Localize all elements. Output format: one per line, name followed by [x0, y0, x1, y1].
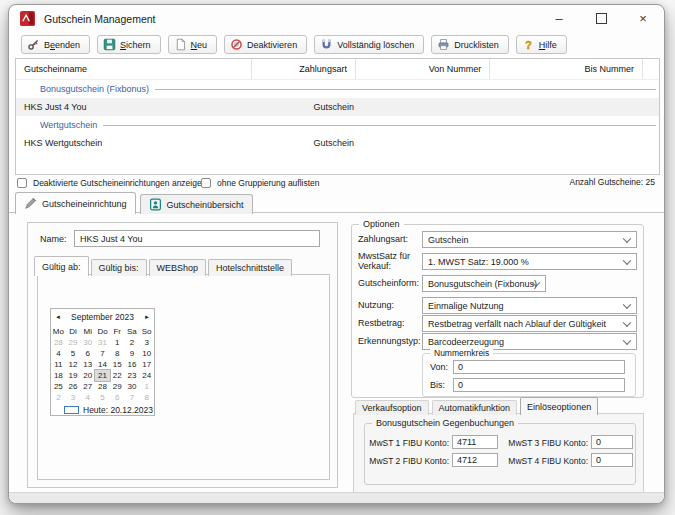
calendar-prev-icon[interactable]: ◄: [55, 314, 61, 320]
beenden-button[interactable]: Beenden: [21, 35, 90, 54]
gutscheinform-dropdown[interactable]: Bonusgutschein (Fixbonus): [422, 275, 546, 292]
calendar-day[interactable]: 22: [110, 370, 125, 381]
tab-hotelschnittstelle[interactable]: Hotelschnittstelle: [208, 259, 292, 276]
neu-button[interactable]: Neu: [168, 35, 218, 54]
calendar-day[interactable]: 2: [51, 392, 66, 403]
close-button[interactable]: ×: [622, 5, 664, 32]
calendar-day[interactable]: 13: [80, 359, 95, 370]
calendar-day[interactable]: 6: [80, 348, 95, 359]
calendar-day[interactable]: 3: [66, 392, 81, 403]
mwst2-fibu-input[interactable]: [452, 453, 498, 467]
mwst3-fibu-input[interactable]: [591, 435, 633, 449]
mwstsatz-dropdown[interactable]: 1. MWST Satz: 19.000 %: [422, 253, 637, 270]
calendar-day[interactable]: 29: [66, 337, 81, 348]
calendar-day[interactable]: 6: [110, 392, 125, 403]
tab-gutscheineinrichtung[interactable]: Gutscheineinrichtung: [15, 192, 136, 214]
tab-verkaufsoption[interactable]: Verkaufsoption: [355, 400, 429, 415]
calendar-day[interactable]: 4: [51, 348, 66, 359]
calendar-day[interactable]: 23: [125, 370, 140, 381]
group-row-bonusgutschein[interactable]: Bonusgutschein (Fixbonus): [16, 80, 659, 98]
list-item-hks-wertgutschein[interactable]: HKS Wertgutschein Gutschein: [16, 134, 659, 152]
calendar-day[interactable]: 15: [110, 359, 125, 370]
mwst4-fibu-input[interactable]: [591, 453, 633, 467]
calendar-day[interactable]: 1: [110, 337, 125, 348]
group-divider-line: [155, 89, 656, 90]
calendar-day[interactable]: 30: [80, 337, 95, 348]
calendar-day[interactable]: 19: [66, 370, 81, 381]
calendar-day[interactable]: 28: [95, 381, 110, 392]
calendar-day[interactable]: 9: [125, 348, 140, 359]
chevron-down-icon: [623, 318, 631, 326]
calendar-day[interactable]: 24: [139, 370, 154, 381]
calendar-next-icon[interactable]: ►: [144, 314, 150, 320]
sichern-button[interactable]: Sichern: [97, 35, 161, 54]
calendar-day[interactable]: 27: [80, 381, 95, 392]
von-label: Von:: [430, 362, 448, 372]
tab-webshop[interactable]: WEBShop: [149, 259, 207, 276]
calendar-day[interactable]: 10: [139, 348, 154, 359]
calendar-day[interactable]: 4: [80, 392, 95, 403]
calendar-day[interactable]: 12: [66, 359, 81, 370]
calendar-day[interactable]: 29: [110, 381, 125, 392]
deaktivieren-button[interactable]: Deaktivieren: [224, 35, 307, 54]
calendar-day[interactable]: 26: [66, 381, 81, 392]
calendar-day[interactable]: 28: [51, 337, 66, 348]
column-header-gutscheinname[interactable]: Gutscheinname: [16, 59, 251, 79]
tab-gueltig-ab[interactable]: Gültig ab:: [34, 256, 89, 276]
tab-automatikfunktion[interactable]: Automatikfunktion: [432, 400, 518, 415]
von-input[interactable]: [453, 360, 625, 374]
list-item-hks-just-4-you[interactable]: HKS Just 4 You Gutschein: [16, 98, 659, 116]
group-label: Bonusgutschein (Fixbonus): [40, 84, 155, 94]
calendar-day[interactable]: 18: [51, 370, 66, 381]
tab-gutscheinuebersicht[interactable]: Gutscheinübersicht: [140, 194, 253, 214]
tab-gueltig-bis[interactable]: Gültig bis:: [91, 259, 147, 276]
zahlungsart-dropdown[interactable]: Gutschein: [422, 231, 637, 248]
gegenbuchungen-groupbox: Bonusgutschein Gegenbuchungen MwST 1 FIB…: [364, 423, 636, 485]
name-input[interactable]: [74, 230, 320, 247]
calendar-day[interactable]: 3: [139, 337, 154, 348]
drucklisten-button[interactable]: Drucklisten: [431, 35, 509, 54]
vollstaendig-loeschen-button[interactable]: Vollständig löschen: [314, 35, 424, 54]
column-header-zahlungsart[interactable]: Zahlungsart: [251, 59, 355, 79]
tab-einloeseoptionen[interactable]: Einlöseoptionen: [520, 397, 598, 415]
calendar-day[interactable]: 5: [66, 348, 81, 359]
calendar-weekday: Fr: [110, 325, 125, 337]
checkbox-box[interactable]: [201, 178, 211, 188]
calendar-day[interactable]: 11: [51, 359, 66, 370]
calendar-day[interactable]: 20: [80, 370, 95, 381]
minimize-button[interactable]: –: [538, 5, 580, 32]
mwst1-fibu-label: MwST 1 FIBU Konto:: [367, 438, 449, 448]
maximize-icon: [596, 13, 607, 24]
calendar-day[interactable]: 16: [125, 359, 140, 370]
calendar-day[interactable]: 31: [95, 337, 110, 348]
checkbox-box[interactable]: [17, 178, 27, 188]
calendar-day[interactable]: 8: [139, 392, 154, 403]
sichern-label: Sichern: [120, 40, 151, 50]
maximize-button[interactable]: [580, 5, 622, 32]
calendar-day[interactable]: 7: [95, 348, 110, 359]
mwst1-fibu-input[interactable]: [452, 435, 498, 449]
calendar-day[interactable]: 2: [125, 337, 140, 348]
restbetrag-dropdown[interactable]: Restbetrag verfällt nach Ablauf der Gült…: [422, 315, 637, 332]
nutzung-dropdown[interactable]: Einmalige Nutzung: [422, 297, 637, 314]
calendar-day[interactable]: 5: [95, 392, 110, 403]
nummernkreis-groupbox: Nummernkreis Von: Bis:: [422, 353, 636, 397]
calendar-day[interactable]: 7: [125, 392, 140, 403]
group-row-wertgutschein[interactable]: Wertgutschein: [16, 116, 659, 134]
today-label: Heute: 20.12.2023: [83, 405, 153, 415]
calendar-month-label[interactable]: September 2023: [71, 312, 134, 322]
column-header-bis-nummer[interactable]: Bis Nummer: [489, 59, 642, 79]
mwst2-fibu-label: MwST 2 FIBU Konto:: [367, 456, 449, 466]
calendar-today-row[interactable]: Heute: 20.12.2023: [51, 403, 154, 417]
calendar-day[interactable]: 30: [125, 381, 140, 392]
hilfe-button[interactable]: ? Hilfe: [516, 35, 567, 54]
calendar-day[interactable]: 25: [51, 381, 66, 392]
calendar-day-selected[interactable]: 21: [95, 370, 110, 381]
calendar-day[interactable]: 1: [139, 381, 154, 392]
calendar-day[interactable]: 17: [139, 359, 154, 370]
column-header-von-nummer[interactable]: Von Nummer: [355, 59, 489, 79]
calendar-day[interactable]: 8: [110, 348, 125, 359]
calendar-day[interactable]: 14: [95, 359, 110, 370]
bis-input[interactable]: [453, 378, 625, 392]
titlebar: Gutschein Management – ×: [9, 5, 664, 32]
